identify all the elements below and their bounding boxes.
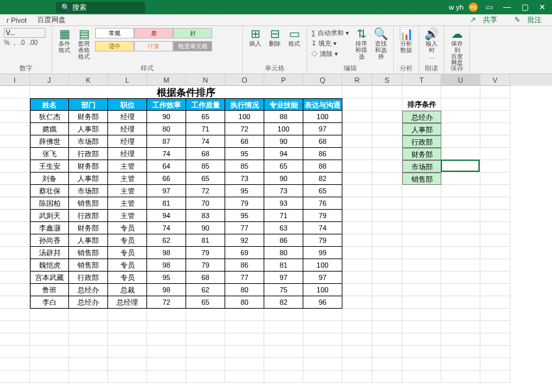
cell[interactable]: 90 bbox=[186, 222, 225, 234]
cell[interactable] bbox=[402, 86, 441, 98]
cell[interactable] bbox=[342, 210, 372, 222]
cell[interactable] bbox=[441, 148, 480, 160]
cell[interactable] bbox=[147, 358, 186, 371]
cell[interactable] bbox=[402, 234, 441, 247]
cell[interactable] bbox=[0, 197, 30, 210]
cell[interactable] bbox=[372, 148, 402, 160]
cell[interactable]: 陈国柏 bbox=[30, 197, 69, 210]
cell[interactable] bbox=[342, 358, 372, 371]
cell[interactable]: 98 bbox=[147, 259, 186, 272]
cell[interactable] bbox=[342, 86, 372, 98]
cell[interactable] bbox=[372, 135, 402, 148]
cell[interactable] bbox=[402, 197, 441, 210]
cell[interactable] bbox=[372, 272, 402, 284]
cell[interactable]: 97 bbox=[303, 123, 342, 135]
delete-cells-button[interactable]: ⊟删除 bbox=[266, 28, 283, 54]
cell[interactable] bbox=[441, 333, 480, 346]
cell[interactable]: 81 bbox=[147, 197, 186, 210]
cell[interactable]: 孙尚香 bbox=[30, 234, 69, 247]
cell[interactable]: 专员 bbox=[108, 247, 147, 259]
cell[interactable] bbox=[402, 296, 441, 309]
col-header[interactable]: J bbox=[30, 74, 69, 86]
cell[interactable]: 经理 bbox=[108, 148, 147, 160]
cell[interactable] bbox=[480, 210, 510, 222]
cell[interactable] bbox=[342, 272, 372, 284]
cell[interactable] bbox=[441, 309, 480, 321]
cell[interactable]: 专员 bbox=[108, 234, 147, 247]
cell[interactable]: 77 bbox=[225, 272, 264, 284]
cell[interactable] bbox=[0, 333, 30, 346]
cell[interactable]: 69 bbox=[225, 247, 264, 259]
cell[interactable]: 73 bbox=[225, 173, 264, 185]
cell[interactable] bbox=[480, 259, 510, 272]
cell[interactable] bbox=[441, 98, 480, 111]
cell[interactable]: 99 bbox=[303, 247, 342, 259]
cell[interactable]: 武则天 bbox=[30, 210, 69, 222]
cell[interactable] bbox=[342, 98, 372, 111]
cell[interactable] bbox=[441, 86, 480, 98]
cell[interactable] bbox=[303, 309, 342, 321]
cell[interactable] bbox=[480, 123, 510, 135]
cell[interactable]: 92 bbox=[225, 234, 264, 247]
cell[interactable]: 73 bbox=[264, 185, 303, 197]
cell[interactable] bbox=[0, 296, 30, 309]
cell[interactable]: 79 bbox=[303, 210, 342, 222]
cell[interactable] bbox=[441, 222, 480, 234]
cell[interactable] bbox=[69, 346, 108, 358]
cell[interactable] bbox=[480, 234, 510, 247]
style-check[interactable]: 检查单元格 bbox=[173, 41, 212, 51]
cell[interactable] bbox=[480, 321, 510, 333]
cell[interactable]: 工作质量 bbox=[186, 98, 225, 111]
cell[interactable] bbox=[108, 309, 147, 321]
share-button[interactable]: ↗ 共享 bbox=[465, 14, 508, 26]
cell[interactable] bbox=[30, 371, 69, 383]
cell[interactable]: 销售部 bbox=[402, 173, 441, 185]
cell[interactable] bbox=[0, 123, 30, 135]
cell[interactable] bbox=[372, 296, 402, 309]
cell[interactable] bbox=[0, 247, 30, 259]
cell[interactable]: 97 bbox=[264, 272, 303, 284]
style-normal[interactable]: 常规 bbox=[95, 28, 134, 38]
cell[interactable] bbox=[303, 321, 342, 333]
cell[interactable] bbox=[441, 210, 480, 222]
cell[interactable]: 财务部 bbox=[69, 222, 108, 234]
cell[interactable] bbox=[0, 173, 30, 185]
sort-filter-button[interactable]: ⇅排序和筛选 bbox=[353, 28, 370, 54]
cell[interactable] bbox=[441, 123, 480, 135]
cell[interactable] bbox=[342, 284, 372, 296]
cell[interactable]: 63 bbox=[264, 222, 303, 234]
cell[interactable]: 95 bbox=[225, 185, 264, 197]
cell[interactable]: 95 bbox=[225, 148, 264, 160]
column-headers[interactable]: IJKLMNOPQRSTUV bbox=[0, 74, 552, 86]
find-select-button[interactable]: 🔍查找和选择 bbox=[372, 28, 389, 54]
cell[interactable] bbox=[402, 259, 441, 272]
cell[interactable] bbox=[372, 371, 402, 383]
cell[interactable] bbox=[0, 259, 30, 272]
cell[interactable] bbox=[0, 160, 30, 173]
cell[interactable] bbox=[264, 358, 303, 371]
close-icon[interactable]: ✕ bbox=[536, 3, 548, 12]
cell[interactable] bbox=[69, 309, 108, 321]
cell[interactable] bbox=[480, 296, 510, 309]
cell[interactable]: 部门 bbox=[69, 98, 108, 111]
cell[interactable]: 98 bbox=[147, 284, 186, 296]
cell[interactable]: 李鑫灏 bbox=[30, 222, 69, 234]
cell[interactable] bbox=[30, 309, 69, 321]
cell[interactable] bbox=[342, 259, 372, 272]
cell[interactable] bbox=[342, 296, 372, 309]
cell[interactable] bbox=[186, 358, 225, 371]
tab-powerpivot[interactable]: r Pivot bbox=[1, 15, 32, 25]
cell[interactable] bbox=[0, 358, 30, 371]
cell[interactable] bbox=[303, 333, 342, 346]
cell[interactable]: 主管 bbox=[108, 185, 147, 197]
cell[interactable]: 排序条件 bbox=[402, 98, 441, 111]
cell-styles-gallery[interactable]: 常规 差 好 适中 计算 检查单元格 bbox=[95, 28, 238, 54]
cell[interactable]: 刘备 bbox=[30, 173, 69, 185]
cell[interactable] bbox=[0, 284, 30, 296]
fill-button[interactable]: ↧ 填充 ▾ bbox=[311, 38, 350, 49]
cell[interactable]: 71 bbox=[186, 123, 225, 135]
cell[interactable]: 80 bbox=[264, 247, 303, 259]
analyze-data-button[interactable]: 📊分析 数据 bbox=[398, 28, 415, 54]
maximize-icon[interactable]: ▢ bbox=[519, 3, 531, 12]
cell[interactable]: 65 bbox=[186, 111, 225, 123]
